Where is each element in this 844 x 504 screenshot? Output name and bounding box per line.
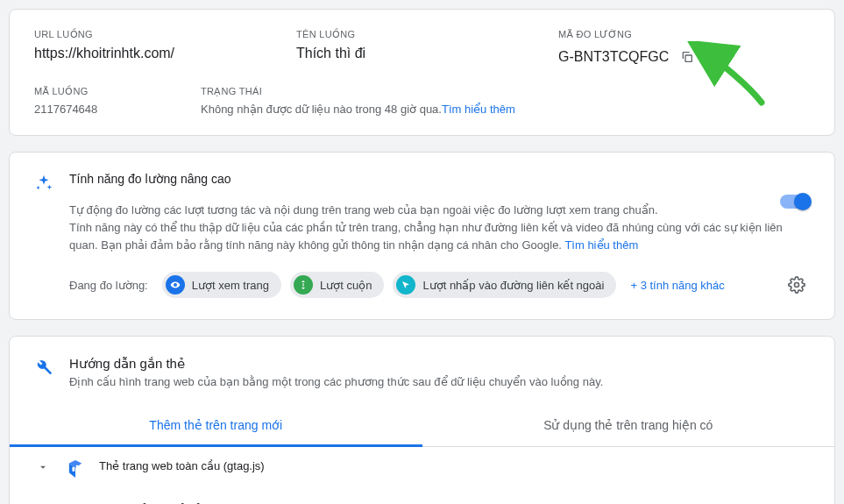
tagging-subtitle: Định cấu hình trang web của bạn bằng một… — [69, 375, 603, 388]
gear-icon[interactable] — [784, 272, 810, 298]
svg-point-1 — [795, 283, 799, 287]
tagging-instructions-card: Hướng dẫn gắn thẻ Định cấu hình trang we… — [9, 336, 835, 504]
stream-id-field: MÃ LUỒNG 2117674648 — [34, 86, 201, 116]
field-value-name: Thích thì đi — [296, 46, 548, 61]
stream-status-field: TRẠNG THÁI Không nhận được dữ liệu nào t… — [201, 86, 810, 116]
tab-existing-tag[interactable]: Sử dụng thẻ trên trang hiện có — [422, 406, 835, 446]
pill-scrolls: Lượt cuộn — [290, 272, 384, 298]
pill-outbound-clicks: Lượt nhấp vào đường liên kết ngoài — [393, 272, 616, 298]
gtag-icon — [66, 460, 85, 478]
tab-new-tag[interactable]: Thêm thẻ trên trang mới — [10, 406, 422, 447]
field-label-status: TRẠNG THÁI — [201, 86, 810, 97]
svg-rect-0 — [685, 55, 692, 61]
status-learn-more-link[interactable]: Tìm hiểu thêm — [442, 103, 515, 116]
pill-pageviews: Lượt xem trang — [162, 272, 281, 298]
tagging-tabs: Thêm thẻ trên trang mới Sử dụng thẻ trên… — [10, 406, 834, 447]
field-label-url: URL LUỒNG — [34, 29, 286, 40]
enhanced-measurement-body: Tự động đo lường các lượt tương tác và n… — [69, 203, 783, 252]
enhanced-measurement-card: Tính năng đo lường nâng cao Tự động đo l… — [9, 152, 835, 320]
svg-rect-3 — [76, 465, 79, 472]
field-value-stream-id: 2117674648 — [34, 103, 201, 116]
sparkle-icon — [34, 174, 53, 193]
stream-name-field: TÊN LUỒNG Thích thì đi — [296, 29, 548, 68]
field-value-measurement-id: G-BNT3TCQFGC — [558, 49, 669, 65]
field-value-url: https://khoitrinhtk.com/ — [34, 46, 286, 61]
status-text: Không nhận được dữ liệu nào trong 48 giờ… — [201, 103, 442, 116]
stream-measurement-id-field: MÃ ĐO LƯỜNG G-BNT3TCQFGC — [558, 29, 810, 68]
gtm-row[interactable]: Trình quản lý thẻ của Google Thêm và duy… — [10, 490, 834, 504]
copy-icon[interactable] — [676, 46, 699, 68]
gtag-row[interactable]: Thẻ trang web toàn cầu (gtag.js) — [10, 447, 834, 490]
field-label-name: TÊN LUỒNG — [296, 29, 548, 40]
enhanced-measurement-toggle[interactable] — [780, 195, 810, 209]
enhanced-measurement-title: Tính năng đo lường nâng cao — [69, 172, 810, 186]
cursor-icon — [396, 275, 415, 295]
scroll-icon — [294, 275, 313, 295]
stream-details-card: URL LUỒNG https://khoitrinhtk.com/ TÊN L… — [9, 9, 835, 136]
chevron-down-icon[interactable] — [34, 461, 52, 473]
tagging-title: Hướng dẫn gắn thẻ — [69, 356, 603, 372]
gtag-title: Thẻ trang web toàn cầu (gtag.js) — [99, 459, 810, 472]
field-label-stream-id: MÃ LUỒNG — [34, 86, 201, 97]
measuring-label: Đang đo lường: — [69, 279, 148, 292]
svg-rect-2 — [72, 467, 74, 472]
stream-url-field: URL LUỒNG https://khoitrinhtk.com/ — [34, 29, 286, 68]
wrench-icon — [34, 358, 53, 377]
eye-icon — [166, 275, 185, 295]
more-events-link[interactable]: + 3 tính năng khác — [630, 279, 724, 292]
field-label-measurement-id: MÃ ĐO LƯỜNG — [558, 29, 810, 40]
enhanced-learn-more-link[interactable]: Tìm hiểu thêm — [564, 238, 638, 252]
